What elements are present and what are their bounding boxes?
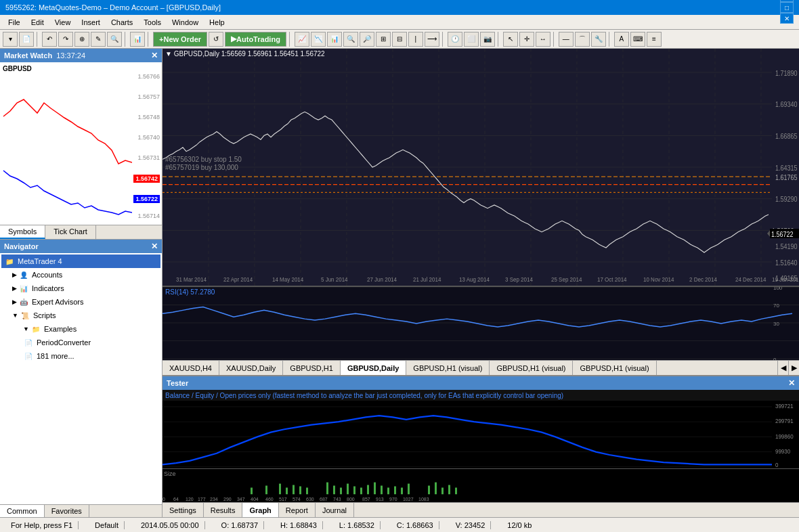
nav-scripts[interactable]: ▼ 📜 Scripts [1, 309, 160, 322]
toolbar-btn-16[interactable]: ↔ [536, 32, 550, 47]
rsi-chart[interactable]: RSI(14) 57.2780 100 70 30 0 [163, 286, 799, 360]
chart-tab-gbpusd-h1-v1[interactable]: GBPUSD,H1 (visual) [406, 361, 490, 376]
svg-rect-111 [441, 487, 444, 494]
chart-tab-xauusd-h4[interactable]: XAUUSD,H4 [163, 361, 219, 376]
titlebar-title: 5955262: MetaQuotes-Demo – Demo Account … [5, 3, 221, 12]
nav-metatrader4[interactable]: 📁 MetaTrader 4 [1, 254, 160, 268]
tester-tab-journal[interactable]: Journal [316, 503, 354, 518]
maximize-button[interactable]: □ [780, 2, 794, 13]
toolbar-zoom-in[interactable]: 🔍 [343, 32, 358, 47]
toolbar-sep-3 [148, 32, 150, 47]
svg-text:177: 177 [198, 497, 206, 502]
main-chart[interactable]: ▼ GBPUSD,Daily 1:56569 1.56961 1.56451 1… [163, 49, 799, 286]
toolbar-chart-3[interactable]: 📊 [327, 32, 342, 47]
toolbar-btn-5[interactable]: ⊕ [74, 32, 89, 47]
toolbar-btn-13[interactable]: 🕐 [448, 32, 462, 47]
svg-text:1.54190: 1.54190 [775, 243, 798, 251]
nav-accounts[interactable]: ▶ 👤 Accounts [1, 268, 160, 282]
nav-expert-advisors[interactable]: ▶ 🤖 Expert Advisors [1, 295, 160, 309]
left-panel: Market Watch 13:37:24 ✕ GBPUSD 1.56766 1… [0, 49, 163, 517]
nav-examples[interactable]: ▼ 📁 Examples [1, 322, 160, 336]
nav-tab-favorites[interactable]: Favorites [45, 505, 89, 517]
main-layout: Market Watch 13:37:24 ✕ GBPUSD 1.56766 1… [0, 49, 799, 517]
menu-help[interactable]: Help [204, 17, 230, 28]
status-volume: V: 23452 [450, 521, 492, 529]
toolbar-btn-10[interactable]: ⊟ [392, 32, 407, 47]
svg-text:517: 517 [279, 497, 287, 502]
chart-tab-xauusd-daily[interactable]: XAUUSD,Daily [219, 361, 283, 376]
toolbar-recycle[interactable]: ↺ [209, 32, 223, 47]
menu-file[interactable]: File [3, 17, 26, 28]
tab-tick-chart[interactable]: Tick Chart [45, 225, 96, 239]
navigator-close[interactable]: ✕ [151, 242, 158, 251]
toolbar-btn-2[interactable]: 📄 [19, 32, 34, 47]
chart-tab-next[interactable]: ▶ [788, 361, 799, 376]
menu-insert[interactable]: Insert [76, 17, 106, 28]
tester-tab-results[interactable]: Results [204, 503, 243, 518]
tab-symbols[interactable]: Symbols [0, 225, 45, 239]
svg-rect-109 [428, 486, 430, 495]
svg-text:14 May 2014: 14 May 2014 [272, 276, 303, 284]
toolbar-btn-17[interactable]: — [559, 32, 574, 47]
tester-size-chart[interactable]: Size 0 64 120 177 234 290 347 404 460 51… [163, 468, 799, 502]
new-order-button[interactable]: + New Order [153, 32, 207, 47]
toolbar-btn-21[interactable]: ≡ [647, 32, 662, 47]
nav-indicators[interactable]: ▶ 📊 Indicators [1, 282, 160, 295]
chart-tab-gbpusd-h1-v3[interactable]: GBPUSD,H1 (visual) [573, 361, 656, 376]
svg-text:0: 0 [773, 357, 777, 360]
autotrading-button[interactable]: ▶ AutoTrading [225, 32, 286, 47]
tester-close[interactable]: ✕ [788, 378, 795, 388]
toolbar-btn-7[interactable]: 🔍 [107, 32, 122, 47]
toolbar-btn-3[interactable]: ↶ [42, 32, 57, 47]
toolbar-btn-15[interactable]: 📷 [480, 32, 495, 47]
menu-window[interactable]: Window [167, 17, 204, 28]
tester-tab-graph[interactable]: Graph [242, 503, 278, 518]
toolbar-btn-11[interactable]: | [408, 32, 423, 47]
close-button[interactable]: ✕ [780, 13, 794, 24]
toolbar-crosshair[interactable]: ✛ [519, 32, 534, 47]
toolbar-btn-12[interactable]: ⟶ [425, 32, 439, 47]
market-watch-close[interactable]: ✕ [151, 51, 158, 60]
toolbar-btn-19[interactable]: 🔧 [591, 32, 606, 47]
toolbar-btn-4[interactable]: ↷ [58, 32, 73, 47]
toolbar-btn-20[interactable]: ⌨ [630, 32, 645, 47]
chart-tab-gbpusd-h1[interactable]: GBPUSD,H1 [283, 361, 341, 376]
svg-text:3 Sep 2014: 3 Sep 2014 [505, 276, 533, 284]
chart-tab-prev[interactable]: ◀ [777, 361, 788, 376]
toolbar-sep-4 [289, 32, 292, 47]
chart-tab-gbpusd-daily[interactable]: GBPUSD,Daily [341, 361, 406, 376]
nav-indicators-arrow: ▶ [12, 285, 17, 292]
toolbar-cursor[interactable]: ↖ [503, 32, 518, 47]
market-watch-title: Market Watch 13:37:24 [4, 51, 85, 60]
svg-text:913: 913 [376, 497, 384, 502]
svg-text:347: 347 [237, 497, 245, 502]
nav-pc-label: PeriodConverter [37, 338, 91, 347]
titlebar-buttons: ─ □ ✕ [780, 0, 794, 24]
toolbar-btn-9[interactable]: ⊞ [376, 32, 391, 47]
toolbar-zoom-out[interactable]: 🔎 [360, 32, 374, 47]
toolbar-btn-14[interactable]: ⬜ [464, 32, 479, 47]
nav-tab-common[interactable]: Common [0, 505, 45, 517]
tester-tab-settings[interactable]: Settings [163, 503, 204, 518]
nav-more[interactable]: 📄 181 more... [1, 349, 160, 363]
menu-view[interactable]: View [49, 17, 77, 28]
toolbar-chart-2[interactable]: 📉 [311, 32, 326, 47]
toolbar-chart-1[interactable]: 📈 [295, 32, 309, 47]
toolbar-btn-18[interactable]: ⌒ [575, 32, 590, 47]
menu-charts[interactable]: Charts [106, 17, 138, 28]
chart-tab-gbpusd-h1-v2[interactable]: GBPUSD,H1 (visual) [490, 361, 573, 376]
svg-text:1.66865: 1.66865 [775, 132, 798, 140]
toolbar-btn-8[interactable]: 📊 [130, 32, 145, 47]
menu-edit[interactable]: Edit [26, 17, 49, 28]
market-watch-chart[interactable]: GBPUSD 1.56766 1.56757 1.56748 1.56740 1… [0, 62, 161, 225]
nav-period-converter[interactable]: 📄 PeriodConverter [1, 336, 160, 349]
svg-text:460: 460 [265, 497, 274, 502]
toolbar-btn-A[interactable]: A [614, 32, 629, 47]
navigator-content[interactable]: 📁 MetaTrader 4 ▶ 👤 Accounts ▶ 📊 Indicato… [0, 253, 162, 504]
tester-tab-report[interactable]: Report [279, 503, 316, 518]
toolbar-btn-1[interactable]: ▾ [3, 32, 18, 47]
menu-tools[interactable]: Tools [138, 17, 167, 28]
tester-chart[interactable]: 399721 299791 199860 99930 0 [163, 401, 799, 468]
toolbar-btn-6[interactable]: ✎ [91, 32, 106, 47]
nav-scripts-label: Scripts [33, 311, 56, 319]
